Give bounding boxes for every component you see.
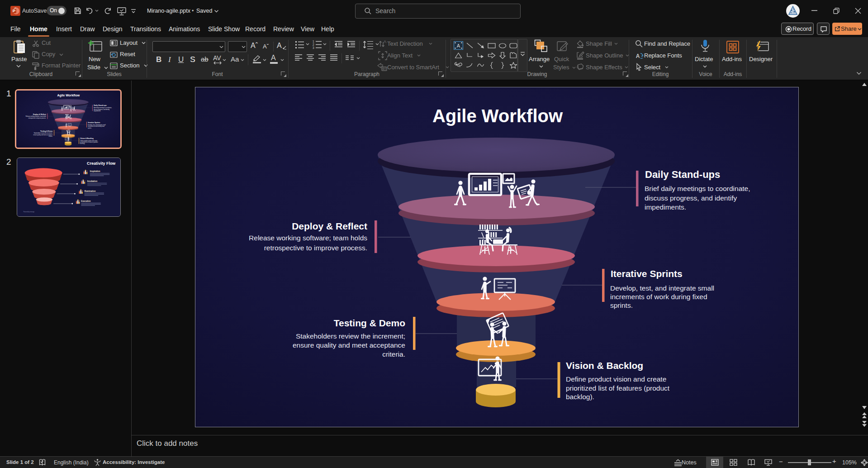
svg-text:Develop, test, and integrate s: Develop, test, and integrate small (610, 284, 714, 292)
svg-text:increments of work during fixe: increments of work during fixed (610, 293, 707, 301)
svg-text:Deploy & Reflect: Deploy & Reflect (292, 221, 367, 231)
svg-text:Agile Workflow: Agile Workflow (432, 106, 563, 126)
svg-text:Iterative Sprints: Iterative Sprints (611, 268, 683, 279)
svg-text:Testing & Demo: Testing & Demo (40, 130, 53, 132)
svg-text:Define product vision and crea: Define product vision and create (566, 375, 666, 383)
svg-text:A: A (457, 43, 460, 48)
svg-text:Release working software; team: Release working software; team holds (249, 234, 367, 242)
svg-text:Iterative Sprints: Iterative Sprints (88, 122, 100, 124)
svg-text:Vision & Backlog: Vision & Backlog (566, 360, 643, 371)
svg-text:backlog).: backlog). (566, 393, 594, 401)
svg-text:criteria.: criteria. (382, 350, 405, 358)
svg-text:3: 3 (313, 46, 314, 49)
svg-text:Daily Stand-ups: Daily Stand-ups (645, 169, 720, 180)
svg-text:retrospective to improve proce: retrospective to improve process. (264, 244, 367, 252)
svg-text:P: P (13, 8, 16, 13)
svg-text:prioritized list of features (: prioritized list of features (product (566, 384, 670, 392)
svg-text:Agile Workflow: Agile Workflow (57, 94, 80, 97)
svg-text:Daily Stand-ups: Daily Stand-ups (94, 105, 106, 106)
svg-text:1: 1 (313, 40, 314, 43)
svg-text:Vision & Backlog: Vision & Backlog (80, 138, 93, 139)
svg-text:Creativity Flow: Creativity Flow (87, 161, 115, 166)
svg-text:A: A (636, 53, 640, 59)
svg-text:Stakeholders review the increm: Stakeholders review the increment; (296, 332, 405, 340)
svg-text:sprints.: sprints. (610, 301, 633, 309)
svg-text:Inspiration: Inspiration (90, 170, 100, 172)
svg-text:ensure quality and meet accept: ensure quality and meet acceptance (293, 341, 405, 349)
svg-text:Execution: Execution (81, 200, 90, 202)
svg-text:discuss progress, and identify: discuss progress, and identify (645, 194, 737, 202)
svg-text:Testing & Demo: Testing & Demo (334, 318, 405, 328)
svg-text:Illumination: Illumination (84, 190, 95, 192)
svg-text:Brief daily meetings to coordi: Brief daily meetings to coordinate, (645, 185, 750, 192)
svg-text:2: 2 (313, 43, 314, 46)
svg-text:impediments.: impediments. (645, 203, 686, 211)
svg-text:Deploy & Reflect: Deploy & Reflect (33, 114, 46, 115)
svg-text:Incubation: Incubation (87, 180, 98, 182)
svg-text:A: A (384, 39, 386, 44)
